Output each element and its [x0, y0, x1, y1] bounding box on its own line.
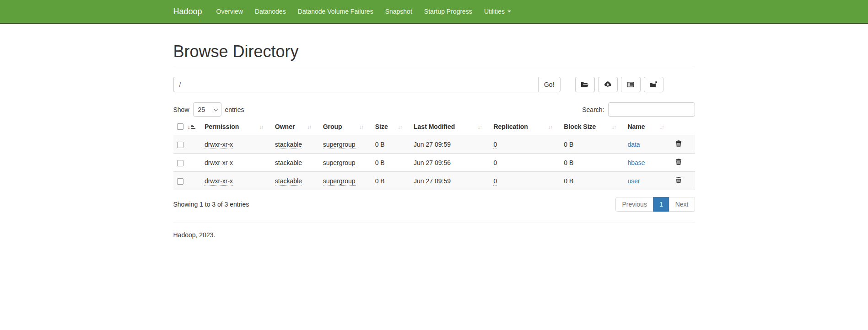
directory-link[interactable]: user: [627, 177, 640, 185]
navbar-links: OverviewDatanodesDatanode Volume Failure…: [210, 0, 517, 23]
navbar-item-datanodes[interactable]: Datanodes: [249, 0, 292, 23]
replication-cell: 0: [490, 172, 560, 190]
actions-cell: [672, 135, 695, 154]
page-length-select[interactable]: 25: [193, 102, 221, 117]
table-search-input[interactable]: [608, 102, 695, 117]
size-cell: 0 B: [372, 154, 410, 172]
delete-button[interactable]: [675, 140, 682, 147]
block-size-cell: 0 B: [560, 154, 624, 172]
permission-cell: drwxr-xr-x: [201, 154, 271, 172]
column-header-name[interactable]: Name ↓↑: [624, 118, 672, 135]
pagination-previous[interactable]: Previous: [615, 197, 653, 212]
group-cell: supergroup: [319, 135, 372, 154]
row-select-cell: [173, 135, 201, 154]
page-length-control: Show 25 entries: [173, 102, 244, 117]
sort-icon: ↓↑: [611, 123, 620, 130]
row-checkbox[interactable]: [177, 142, 183, 148]
name-cell: hbase: [624, 154, 672, 172]
group-value[interactable]: supergroup: [323, 141, 356, 149]
permission-value[interactable]: drwxr-xr-x: [205, 177, 233, 186]
directory-link[interactable]: hbase: [627, 159, 645, 166]
row-checkbox[interactable]: [177, 160, 183, 166]
size-cell: 0 B: [372, 135, 410, 154]
replication-value[interactable]: 0: [493, 141, 497, 149]
directory-path-input[interactable]: [173, 77, 538, 92]
permission-value[interactable]: drwxr-xr-x: [205, 159, 233, 167]
owner-value[interactable]: stackable: [275, 141, 302, 149]
pagination-next[interactable]: Next: [669, 197, 695, 212]
main-content: Browse Directory Go!: [167, 42, 702, 239]
navbar: Hadoop OverviewDatanodesDatanode Volume …: [0, 0, 868, 24]
delete-button[interactable]: [675, 158, 682, 165]
sort-icon: ↓↑: [548, 123, 556, 130]
navbar-brand[interactable]: Hadoop: [173, 7, 202, 16]
group-cell: supergroup: [319, 154, 372, 172]
select-all-checkbox[interactable]: [177, 123, 183, 130]
column-header-owner[interactable]: Owner ↓↑: [271, 118, 319, 135]
column-header-permission[interactable]: Permission ↓↑: [201, 118, 271, 135]
directory-toolbar: [575, 77, 667, 92]
go-button[interactable]: Go!: [538, 77, 561, 92]
folder-open-icon: [581, 81, 589, 88]
path-bar: Go!: [173, 77, 695, 92]
permission-value[interactable]: drwxr-xr-x: [205, 141, 233, 149]
create-directory-button[interactable]: [575, 77, 595, 92]
table-info: Showing 1 to 3 of 3 entries: [173, 201, 249, 208]
block-size-cell: 0 B: [560, 135, 624, 154]
last-modified-cell: Jun 27 09:56: [410, 154, 490, 172]
sort-icon: ↓↑: [259, 123, 268, 130]
replication-value[interactable]: 0: [493, 177, 497, 186]
search-control: Search:: [582, 102, 695, 117]
column-header-last-modified[interactable]: Last Modified ↓↑: [410, 118, 490, 135]
size-cell: 0 B: [372, 172, 410, 190]
footer-text: Hadoop, 2023.: [173, 231, 695, 239]
sort-icon: ↓↑: [359, 123, 368, 130]
owner-value[interactable]: stackable: [275, 159, 302, 167]
search-label: Search:: [582, 106, 604, 113]
column-header-block-size[interactable]: Block Size ↓↑: [560, 118, 624, 135]
list-alt-icon: [627, 81, 635, 88]
set-policy-button[interactable]: [621, 77, 641, 92]
group-value[interactable]: supergroup: [323, 159, 356, 167]
table-footer: Showing 1 to 3 of 3 entries Previous 1 N…: [173, 197, 695, 212]
column-header-select-all[interactable]: ↓: [173, 118, 201, 135]
trash-icon: [675, 140, 682, 147]
directory-table: ↓ Permission ↓↑ Owner ↓↑ Group ↓↑: [173, 118, 695, 190]
replication-value[interactable]: 0: [493, 159, 497, 167]
owner-cell: stackable: [271, 154, 319, 172]
column-header-size[interactable]: Size ↓↑: [372, 118, 410, 135]
sort-icon: ↓↑: [398, 123, 406, 130]
group-value[interactable]: supergroup: [323, 177, 356, 186]
navbar-item-snapshot[interactable]: Snapshot: [379, 0, 418, 23]
owner-cell: stackable: [271, 135, 319, 154]
show-label: Show: [173, 106, 189, 113]
sort-ascending-icon: ↓: [187, 123, 197, 130]
navbar-item-overview[interactable]: Overview: [210, 0, 249, 23]
row-checkbox[interactable]: [177, 178, 183, 185]
navbar-item-startup-progress[interactable]: Startup Progress: [418, 0, 478, 23]
move-file-button[interactable]: [644, 77, 663, 92]
column-header-replication[interactable]: Replication ↓↑: [490, 118, 560, 135]
row-select-cell: [173, 154, 201, 172]
navbar-item-utilities[interactable]: Utilities: [478, 0, 517, 23]
table-controls: Show 25 entries Search:: [173, 102, 695, 117]
permission-cell: drwxr-xr-x: [201, 172, 271, 190]
replication-cell: 0: [490, 154, 560, 172]
block-size-cell: 0 B: [560, 172, 624, 190]
actions-cell: [672, 172, 695, 190]
name-cell: data: [624, 135, 672, 154]
folder-move-icon: [649, 81, 658, 88]
upload-file-button[interactable]: [598, 77, 618, 92]
permission-cell: drwxr-xr-x: [201, 135, 271, 154]
sort-icon: ↓↑: [307, 123, 316, 130]
column-header-group[interactable]: Group ↓↑: [319, 118, 372, 135]
pagination: Previous 1 Next: [615, 197, 695, 212]
delete-button[interactable]: [675, 176, 682, 184]
pagination-page-1[interactable]: 1: [653, 197, 669, 212]
navbar-item-datanode-volume-failures[interactable]: Datanode Volume Failures: [292, 0, 379, 23]
replication-cell: 0: [490, 135, 560, 154]
table-row: drwxr-xr-xstackablesupergroup0 BJun 27 0…: [173, 172, 695, 190]
owner-value[interactable]: stackable: [275, 177, 302, 186]
directory-link[interactable]: data: [627, 141, 640, 148]
owner-cell: stackable: [271, 172, 319, 190]
